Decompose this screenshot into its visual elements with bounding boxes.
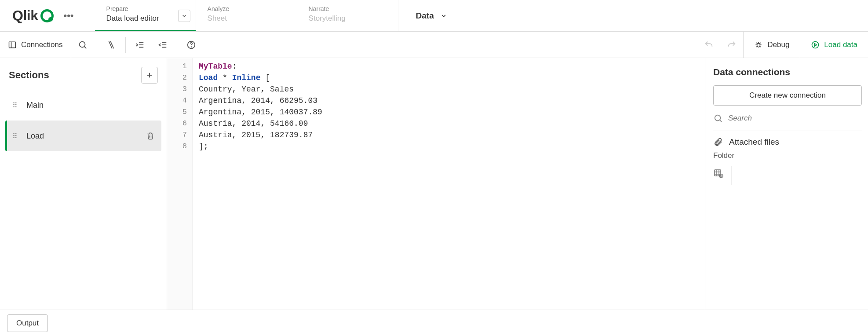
create-connection-button[interactable]: Create new connection xyxy=(713,85,862,106)
svg-point-26 xyxy=(715,115,721,121)
connections-label: Connections xyxy=(21,40,63,49)
plus-icon xyxy=(146,71,153,79)
select-data-icon xyxy=(713,168,724,179)
connection-search[interactable] xyxy=(713,112,862,131)
outdent-button[interactable] xyxy=(151,32,174,58)
debug-icon xyxy=(754,40,763,49)
load-data-button[interactable]: Load data xyxy=(800,32,868,58)
drag-handle-icon[interactable]: ⠿ xyxy=(12,132,18,140)
svg-line-3 xyxy=(84,46,86,48)
tab-prepare[interactable]: Prepare Data load editor xyxy=(95,0,196,31)
tab-analyze[interactable]: Analyze Sheet xyxy=(196,0,297,31)
svg-line-4 xyxy=(109,41,112,48)
output-button[interactable]: Output xyxy=(7,314,48,332)
sections-header: Sections xyxy=(5,67,161,90)
svg-line-27 xyxy=(720,120,722,122)
section-label: Main xyxy=(26,101,44,110)
svg-point-22 xyxy=(812,41,819,48)
undo-icon xyxy=(704,40,714,50)
tab-bottom-label: Data load editor xyxy=(106,14,184,23)
load-data-label: Load data xyxy=(824,40,857,49)
line-number: 1 xyxy=(167,61,192,72)
debug-button[interactable]: Debug xyxy=(743,32,800,58)
line-number: 2 xyxy=(167,72,192,84)
sections-title: Sections xyxy=(9,69,49,81)
svg-rect-0 xyxy=(9,42,16,47)
attached-files-row: Attached files xyxy=(713,137,862,147)
drag-handle-icon[interactable]: ⠿ xyxy=(12,101,18,110)
data-connections-panel: Data connections Create new connection A… xyxy=(705,58,868,310)
section-item-load[interactable]: ⠿ Load xyxy=(5,121,161,151)
code-line[interactable]: Argentina, 2015, 140037.89 xyxy=(199,106,705,118)
line-number: 6 xyxy=(167,118,192,129)
sections-panel: Sections ⠿ Main ⠿ Load xyxy=(0,58,167,310)
more-menu-button[interactable]: ••• xyxy=(60,10,77,22)
indent-button[interactable] xyxy=(128,32,151,58)
comment-icon xyxy=(106,40,116,50)
tab-top-label: Prepare xyxy=(106,5,184,12)
logo-area: Qlik ••• xyxy=(0,0,86,31)
redo-icon xyxy=(727,40,737,50)
toolbar-right: Debug Load data xyxy=(697,32,868,58)
svg-line-18 xyxy=(756,43,758,44)
chevron-down-icon[interactable] xyxy=(178,10,190,22)
outdent-icon xyxy=(158,40,168,50)
play-circle-icon xyxy=(811,40,820,49)
main-area: Sections ⠿ Main ⠿ Load 12345678 MyTable:… xyxy=(0,58,868,310)
comment-toggle-button[interactable] xyxy=(100,32,123,58)
folder-label: Folder xyxy=(713,151,862,160)
svg-marker-23 xyxy=(815,43,817,46)
code-line[interactable]: Argentina, 2014, 66295.03 xyxy=(199,95,705,106)
code-line[interactable]: Austria, 2014, 54166.09 xyxy=(199,118,705,129)
attached-files-label: Attached files xyxy=(729,137,779,147)
connection-search-input[interactable] xyxy=(728,114,862,123)
code-area[interactable]: MyTable:Load * Inline [Country, Year, Sa… xyxy=(193,58,705,310)
svg-line-19 xyxy=(760,43,761,44)
app-name-label: Data xyxy=(416,11,434,21)
logo-circle-icon xyxy=(40,9,54,22)
help-button[interactable] xyxy=(180,32,203,58)
logo-text: Qlik xyxy=(12,7,38,24)
search-button[interactable] xyxy=(71,32,94,58)
connections-panel-button[interactable]: Connections xyxy=(0,32,71,58)
line-number: 4 xyxy=(167,95,192,106)
qlik-logo[interactable]: Qlik xyxy=(12,7,54,24)
select-data-button[interactable] xyxy=(713,166,732,185)
svg-point-2 xyxy=(79,41,85,47)
footer: Output xyxy=(0,310,868,336)
nav-tabs: Prepare Data load editor Analyze Sheet N… xyxy=(95,0,398,31)
undo-button[interactable] xyxy=(697,32,720,58)
add-section-button[interactable] xyxy=(141,67,158,84)
indent-icon xyxy=(135,40,145,50)
data-connections-title: Data connections xyxy=(713,67,862,77)
svg-point-13 xyxy=(191,47,191,47)
search-icon xyxy=(713,113,723,123)
toolbar: Connections Debug Load data xyxy=(0,32,868,58)
line-number: 5 xyxy=(167,106,192,118)
tab-narrate[interactable]: Narrate Storytelling xyxy=(297,0,398,31)
section-item-main[interactable]: ⠿ Main xyxy=(5,90,161,121)
trash-icon xyxy=(146,132,154,140)
help-icon xyxy=(186,40,196,50)
attachment-icon xyxy=(713,137,723,147)
code-line[interactable]: Load * Inline [ xyxy=(199,72,705,84)
code-line[interactable]: ]; xyxy=(199,141,705,152)
tab-top-label: Narrate xyxy=(309,5,387,12)
app-name-dropdown[interactable]: Data xyxy=(398,0,465,31)
code-line[interactable]: MyTable: xyxy=(199,61,705,72)
delete-section-button[interactable] xyxy=(146,132,154,140)
code-editor[interactable]: 12345678 MyTable:Load * Inline [Country,… xyxy=(167,58,705,310)
tab-bottom-label: Sheet xyxy=(208,14,285,23)
tab-bottom-label: Storytelling xyxy=(309,14,387,23)
code-line[interactable]: Country, Year, Sales xyxy=(199,84,705,95)
panel-icon xyxy=(8,40,17,49)
line-number: 8 xyxy=(167,141,192,152)
svg-rect-14 xyxy=(757,43,760,47)
code-line[interactable]: Austria, 2015, 182739.87 xyxy=(199,129,705,141)
redo-button[interactable] xyxy=(720,32,743,58)
chevron-down-icon xyxy=(440,12,447,19)
line-gutter: 12345678 xyxy=(167,58,193,310)
svg-line-5 xyxy=(110,41,113,48)
debug-label: Debug xyxy=(767,40,789,49)
line-number: 3 xyxy=(167,84,192,95)
